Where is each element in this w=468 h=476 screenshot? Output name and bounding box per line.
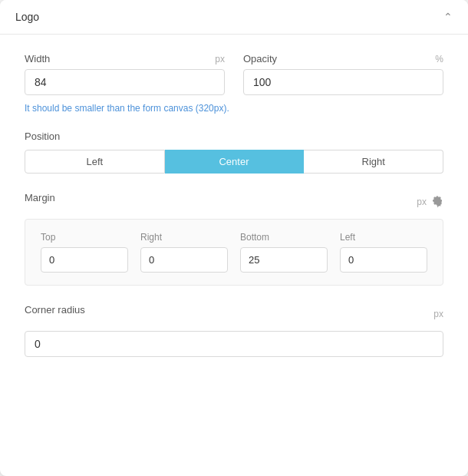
margin-unit-row: px <box>417 196 443 208</box>
gear-icon[interactable] <box>431 196 443 208</box>
width-hint: It should be smaller than the form canva… <box>25 101 443 115</box>
margin-grid: Top Right Bottom Left <box>41 232 427 273</box>
logo-panel: Logo ⌃ Width px Opacity % It should be s… <box>0 0 468 476</box>
opacity-label: Opacity <box>243 53 277 64</box>
margin-top-label: Top <box>41 232 128 243</box>
corner-radius-header: Corner radius px <box>25 304 443 323</box>
chevron-up-icon[interactable]: ⌃ <box>443 11 453 23</box>
position-button-group: Left Center Right <box>25 150 443 174</box>
corner-radius-section: Corner radius px <box>25 304 443 357</box>
position-center-button[interactable]: Center <box>165 150 305 174</box>
opacity-label-row: Opacity % <box>243 53 443 64</box>
panel-header: Logo ⌃ <box>0 0 468 35</box>
corner-radius-unit: px <box>433 309 443 319</box>
margin-box: Top Right Bottom Left <box>25 219 443 286</box>
width-label: Width <box>25 53 50 64</box>
width-label-row: Width px <box>25 53 225 64</box>
margin-bottom-label: Bottom <box>240 232 328 243</box>
margin-label: Margin <box>25 192 55 203</box>
opacity-field-group: Opacity % <box>243 53 443 95</box>
margin-bottom-input[interactable] <box>240 247 328 273</box>
corner-radius-label: Corner radius <box>25 304 85 316</box>
margin-section: Margin px Top Right <box>25 192 443 286</box>
position-left-button[interactable]: Left <box>25 150 165 174</box>
margin-top-field: Top <box>41 232 128 273</box>
margin-left-label: Left <box>340 232 427 243</box>
position-section: Position Left Center Right <box>25 131 443 174</box>
margin-header: Margin px <box>25 192 443 211</box>
position-right-button[interactable]: Right <box>304 150 443 174</box>
margin-right-input[interactable] <box>140 247 228 273</box>
opacity-unit: % <box>435 54 443 64</box>
margin-left-input[interactable] <box>340 247 427 273</box>
width-unit: px <box>215 54 225 64</box>
panel-title: Logo <box>15 11 39 23</box>
width-input[interactable] <box>25 69 225 95</box>
panel-body: Width px Opacity % It should be smaller … <box>0 35 468 394</box>
width-opacity-row: Width px Opacity % <box>25 53 443 95</box>
position-label: Position <box>25 131 443 142</box>
margin-left-field: Left <box>340 232 427 273</box>
corner-radius-input[interactable] <box>25 331 443 357</box>
margin-unit-text: px <box>417 197 427 207</box>
margin-right-field: Right <box>140 232 228 273</box>
margin-top-input[interactable] <box>41 247 128 273</box>
margin-bottom-field: Bottom <box>240 232 328 273</box>
opacity-input[interactable] <box>243 69 443 95</box>
margin-right-label: Right <box>140 232 228 243</box>
width-field-group: Width px <box>25 53 225 95</box>
